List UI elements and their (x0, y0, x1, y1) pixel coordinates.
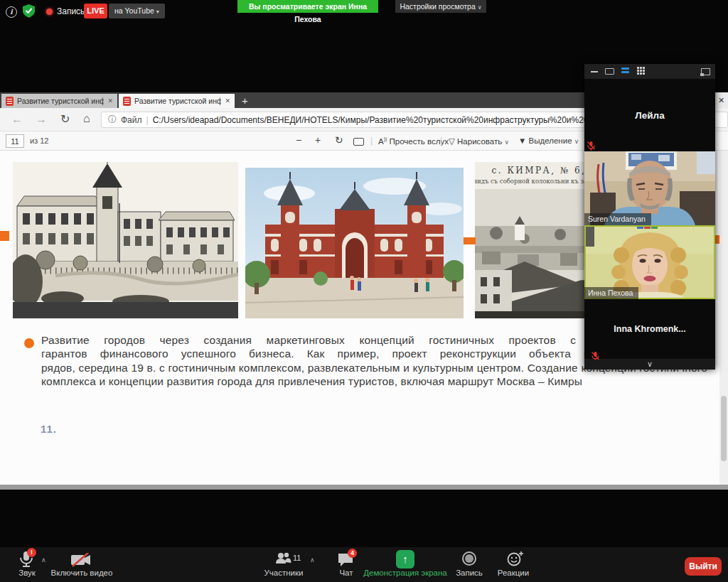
home-icon[interactable]: ⌂ (83, 112, 90, 125)
zoom-in-icon[interactable]: + (315, 134, 321, 146)
pdf-scrollbar-thumb[interactable] (721, 396, 727, 461)
minimize-icon[interactable] (591, 71, 598, 72)
share-screen-icon[interactable]: ↑ (396, 550, 414, 568)
tab-close-icon[interactable]: ✕ (225, 97, 230, 104)
participants-label: Участники (255, 568, 312, 577)
read-aloud-button[interactable]: A)) Прочесть вслух (378, 136, 449, 146)
svg-text:с. КИМРА, № 6,: с. КИМРА, № 6, (492, 166, 587, 176)
mic-alert-badge: ! (27, 548, 36, 557)
recording-label: Запись (57, 6, 85, 16)
slide-image-reconstruction-render (245, 168, 464, 318)
slide-page-number: 11. (41, 423, 57, 435)
zoom-out-icon[interactable]: − (296, 134, 301, 146)
bullet-icon (24, 338, 34, 348)
forward-icon[interactable]: → (36, 113, 47, 126)
record-icon[interactable] (462, 551, 476, 566)
page-info-icon[interactable]: ⓘ (108, 114, 117, 126)
live-badge: LIVE (84, 4, 107, 18)
chevron-down-icon[interactable]: ∨ (504, 139, 509, 146)
participants-count: 11 (293, 554, 301, 562)
reactions-icon[interactable] (507, 551, 524, 569)
reactions-label: Реакции (485, 568, 542, 577)
video-panel-header (584, 64, 715, 79)
paragraph-line: комплекса и концепции развития города дл… (41, 374, 707, 388)
video-panel: Лейла (584, 64, 715, 370)
participant-tile-leila[interactable]: Лейла (584, 79, 715, 151)
recording-dot-icon (46, 9, 53, 15)
slide-accent-dash (464, 237, 476, 244)
chevron-down-icon[interactable]: ∨ (574, 138, 579, 145)
speaker-view-icon[interactable] (605, 68, 614, 75)
pdf-file-icon (6, 97, 14, 106)
chevron-down-icon: ∨ (478, 4, 482, 11)
window-close-button[interactable]: ✕ (714, 92, 728, 108)
draw-button[interactable]: ▽ Нарисовать ∨ (449, 136, 509, 146)
file-scheme-label: Файл (121, 115, 142, 125)
pdf-file-icon (123, 97, 131, 106)
new-tab-button[interactable]: + (242, 95, 248, 106)
refresh-icon[interactable]: ↻ (60, 113, 70, 126)
fit-to-width-icon[interactable] (353, 138, 364, 146)
view-settings-button[interactable]: Настройки просмотра ∨ (395, 0, 486, 13)
read-aloud-icon: A)) (378, 137, 387, 146)
participant-name: Лейла (635, 110, 664, 121)
meeting-info-icon[interactable]: i (6, 6, 17, 18)
pdf-page-total: из 12 (30, 136, 48, 145)
start-video-label: Включить видео (45, 568, 119, 577)
gallery-view-icon[interactable] (637, 67, 646, 75)
strip-view-active-icon[interactable] (621, 68, 629, 75)
viewing-screen-banner: Вы просматриваете экран Инна Пехова (237, 0, 378, 13)
pdf-page-input[interactable] (6, 134, 24, 148)
share-screen-label: Демонстрация экрана (359, 568, 451, 577)
security-shield-icon[interactable] (23, 4, 35, 21)
participant-tile-inna-pekhova[interactable]: Инна Пехова (584, 225, 715, 299)
highlighter-icon: ▼ (518, 136, 526, 145)
chevron-down-icon: ▾ (156, 9, 159, 15)
participant-tile-suren[interactable]: Suren Vardanyan (584, 151, 715, 225)
audio-options-caret[interactable]: ∧ (41, 556, 46, 564)
page-bottom-strip (0, 485, 728, 490)
meeting-window: i Запись LIVE на YouTube ▾ Вы просматрив… (0, 0, 728, 582)
participant-name: Инна Пехова (584, 287, 638, 299)
audio-label: Звук (6, 568, 48, 577)
participant-tile-inna-khromenko[interactable]: Inna Khromenk... (584, 299, 715, 359)
tab-close-icon[interactable]: ✕ (107, 97, 113, 104)
popout-icon[interactable] (701, 68, 710, 75)
slide-accent-dash (0, 231, 9, 241)
mic-icon[interactable]: ! (18, 551, 34, 571)
participants-options-caret[interactable]: ∧ (310, 556, 315, 564)
youtube-stream-dropdown[interactable]: на YouTube ▾ (109, 4, 165, 18)
leave-button[interactable]: Выйти (685, 557, 722, 576)
chat-icon[interactable]: 4 (337, 552, 354, 570)
browser-tab-2-active[interactable]: Развитие туристской инфрастр ✕ (119, 94, 235, 108)
pdf-scrollbar[interactable] (719, 151, 728, 485)
participant-name: Suren Vardanyan (584, 213, 651, 225)
back-icon[interactable]: ← (11, 113, 23, 126)
camera-off-icon[interactable] (70, 553, 92, 570)
participant-name: Inna Khromenk... (614, 324, 685, 334)
highlight-button[interactable]: ▼ Выделение ∨ (518, 136, 579, 145)
chat-unread-badge: 4 (348, 549, 357, 558)
slide-image-engraving-gostiny-dvor (13, 162, 238, 318)
draw-pen-icon: ▽ (449, 137, 455, 146)
panel-scroll-down-chevron[interactable]: ∨ (584, 360, 715, 370)
browser-tab-1[interactable]: Развитие туристской инфрастр ✕ (1, 94, 117, 108)
rotate-icon[interactable]: ↻ (335, 134, 343, 146)
participants-icon[interactable] (274, 551, 291, 568)
